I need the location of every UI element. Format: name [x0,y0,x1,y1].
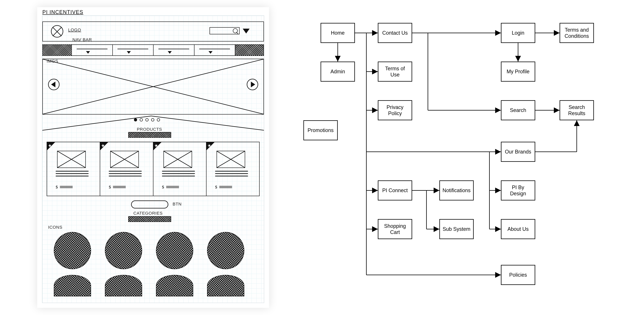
product-card: ★ $ [153,142,206,196]
category-grid [54,232,252,296]
category-circle-icon [105,232,142,269]
card-image-placeholder [110,151,139,168]
dropdown-caret-icon [243,29,250,34]
node-tandc: Terms and Conditions [560,23,594,43]
node-cart: Shopping Cart [378,219,412,239]
node-home: Home [320,23,355,43]
pager-dots [134,118,160,121]
icons-label: ICONS [48,225,62,230]
star-icon: ★ [154,143,158,148]
carousel-next-icon [247,79,258,90]
nav-strip [42,44,264,56]
navbar-label: NAV BAR [72,37,92,42]
graph-paper: LOGO NAV BAR IMGS [42,16,264,303]
card-text-lines [162,171,195,176]
price-symbol: $ [162,185,164,189]
category-circle-icon [54,232,91,269]
card-image-placeholder [164,151,192,168]
pager-dot-active [134,118,137,121]
sitemap-flow: Home Admin Promotions Contact Us Terms o… [304,19,624,298]
hero-x-icon [43,59,264,114]
card-text-lines [56,171,88,176]
card-price: $ [56,185,73,189]
btn-pill [131,200,168,208]
node-profile: My Profile [501,62,535,82]
node-subsystem: Sub System [439,219,474,239]
card-text-lines [215,171,248,176]
node-terms-use: Terms of Use [378,62,412,82]
pager-dot [151,118,154,121]
product-card: ★ $ [47,142,100,196]
node-login: Login [501,23,535,43]
search-input-sketch [210,27,240,34]
card-price: $ [215,185,232,189]
product-card: ★ $ [206,142,259,196]
nav-item-4 [194,45,235,55]
pager-dot [157,118,160,121]
node-privacy: Privacy Policy [378,100,412,120]
products-heading-rect [128,132,171,138]
nav-hatch-left [43,45,72,55]
categories-label: CATEGORIES [134,211,162,216]
node-brands: Our Brands [501,142,535,162]
node-piconnect: PI Connect [378,180,412,200]
category-circle-icon [207,232,244,269]
flow-connectors [304,19,624,298]
logo-label: LOGO [68,28,81,32]
nav-item-1 [72,45,112,55]
card-text-lines [109,171,142,176]
card-price: $ [162,185,179,189]
node-admin: Admin [320,62,355,82]
wireframe-sketch: PI INCENTIVES LOGO NAV BAR IMGS [37,7,269,308]
node-policies: Policies [501,265,535,285]
card-price: $ [109,185,126,189]
pager-dot [140,118,143,121]
hero-image-placeholder [42,59,264,115]
categories-heading-rect [128,216,171,222]
pager-dot [146,118,148,121]
node-promotions: Promotions [304,120,338,140]
node-search: Search [501,100,535,120]
nav-item-3 [153,45,194,55]
category-circle-icon [207,275,244,296]
logo-icon [51,25,63,38]
star-icon: ★ [207,143,212,148]
search-icon [233,28,238,33]
category-circle-icon [105,275,142,296]
category-circle-icon [156,275,193,296]
price-symbol: $ [56,185,58,189]
star-icon: ★ [48,143,52,148]
product-cards: ★ $ ★ $ [47,142,260,196]
price-symbol: $ [215,185,217,189]
node-about: About Us [501,219,535,239]
node-notify: Notifications [439,180,474,200]
price-symbol: $ [109,185,111,189]
category-circle-icon [54,275,91,296]
card-image-placeholder [216,151,245,168]
nav-item-2 [112,45,153,55]
product-card: ★ $ [100,142,153,196]
sketch-title: PI INCENTIVES [42,9,83,15]
node-pibdesign: PI By Design [501,180,535,200]
carousel-prev-icon [48,79,60,90]
products-label: PRODUCTS [137,127,162,132]
card-image-placeholder [57,151,86,168]
category-circle-icon [156,232,193,269]
nav-hatch-right [235,45,264,55]
btn-label: BTN [172,202,182,206]
node-contact: Contact Us [378,23,412,43]
node-sresults: Search Results [560,100,594,120]
